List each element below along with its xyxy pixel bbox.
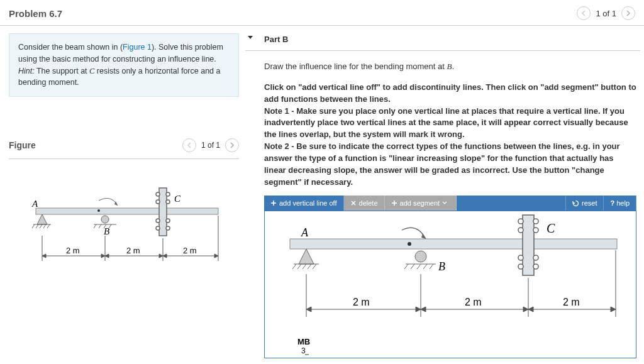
svg-point-22	[166, 219, 170, 223]
figure-pager: 1 of 1	[182, 138, 239, 152]
svg-line-4	[40, 224, 42, 228]
delete-button[interactable]: delete	[344, 196, 385, 211]
svg-line-48	[411, 264, 414, 269]
figure-diagram: A B C	[9, 175, 239, 276]
drawing-canvas[interactable]: A B C	[264, 211, 636, 358]
svg-point-60	[533, 255, 538, 260]
x-icon	[350, 200, 357, 206]
figure-page-label: 1 of 1	[201, 141, 220, 150]
svg-point-44	[408, 242, 411, 246]
svg-point-57	[518, 264, 523, 269]
svg-rect-36	[290, 239, 617, 249]
plus-icon	[270, 200, 277, 206]
svg-text:2 m: 2 m	[465, 297, 482, 307]
prev-figure-button[interactable]	[182, 138, 196, 152]
svg-text:MB: MB	[297, 337, 310, 346]
svg-text:A: A	[301, 226, 309, 239]
svg-point-18	[156, 219, 160, 223]
next-figure-button[interactable]	[225, 138, 239, 152]
help-button[interactable]: ? help	[604, 196, 636, 211]
svg-line-6	[47, 224, 50, 228]
svg-text:C: C	[174, 194, 181, 204]
svg-text:2 m: 2 m	[353, 297, 370, 307]
add-segment-button[interactable]: add segment	[385, 196, 457, 211]
figure-title: Figure	[9, 140, 36, 150]
drawing-toolbar: add vertical line off delete add segment…	[264, 196, 636, 211]
svg-point-55	[518, 228, 523, 233]
svg-text:B: B	[104, 226, 109, 236]
next-problem-button[interactable]	[621, 6, 635, 20]
collapse-icon[interactable]	[248, 36, 253, 39]
svg-point-20	[166, 192, 170, 196]
problem-page-label: 1 of 1	[596, 9, 616, 18]
svg-point-59	[533, 228, 538, 233]
svg-text:A: A	[31, 199, 38, 209]
svg-line-3	[36, 224, 38, 228]
chevron-down-icon	[442, 201, 447, 206]
svg-point-8	[101, 216, 109, 223]
prev-problem-button[interactable]	[577, 6, 591, 20]
svg-line-5	[43, 224, 46, 228]
add-vertical-line-button[interactable]: add vertical line off	[264, 196, 344, 211]
svg-point-21	[166, 200, 170, 204]
svg-line-47	[404, 264, 408, 269]
svg-point-17	[156, 200, 160, 204]
svg-text:2 m: 2 m	[563, 297, 580, 307]
svg-line-38	[292, 264, 296, 269]
svg-line-11	[99, 224, 101, 228]
svg-line-2	[32, 224, 35, 228]
svg-text:2 m: 2 m	[66, 246, 80, 255]
svg-text:2 m: 2 m	[183, 246, 197, 255]
instructions-text: Draw the influence line for the bending …	[245, 51, 644, 192]
svg-line-50	[423, 264, 427, 269]
svg-point-54	[518, 219, 523, 224]
svg-line-10	[94, 224, 96, 228]
svg-line-40	[303, 264, 306, 269]
svg-line-51	[430, 264, 433, 269]
svg-point-16	[156, 192, 160, 196]
svg-line-42	[313, 264, 316, 269]
svg-rect-0	[36, 208, 218, 214]
svg-point-56	[518, 255, 523, 260]
figure-link[interactable]: Figure 1	[123, 43, 152, 52]
svg-line-49	[417, 264, 421, 269]
problem-title: Problem 6.7	[9, 8, 62, 19]
svg-rect-53	[523, 215, 534, 275]
svg-line-39	[297, 264, 301, 269]
svg-text:3: 3	[301, 346, 306, 355]
problem-statement: Consider the beam shown in (Figure 1). S…	[9, 33, 239, 97]
problem-pager: 1 of 1	[577, 6, 635, 20]
svg-rect-15	[159, 188, 167, 236]
reset-button[interactable]: reset	[566, 196, 604, 211]
question-icon: ?	[610, 199, 614, 207]
svg-line-41	[308, 264, 311, 269]
svg-point-45	[415, 251, 426, 262]
svg-point-58	[533, 219, 538, 224]
part-title: Part B	[245, 26, 644, 50]
undo-icon	[572, 200, 579, 207]
svg-point-23	[166, 226, 170, 230]
svg-text:C: C	[547, 221, 555, 235]
svg-text:2 m: 2 m	[126, 246, 140, 255]
svg-point-25	[97, 209, 100, 212]
svg-point-19	[156, 226, 160, 230]
svg-text:B: B	[438, 260, 445, 273]
plus-icon	[391, 200, 397, 206]
svg-point-61	[533, 264, 538, 269]
